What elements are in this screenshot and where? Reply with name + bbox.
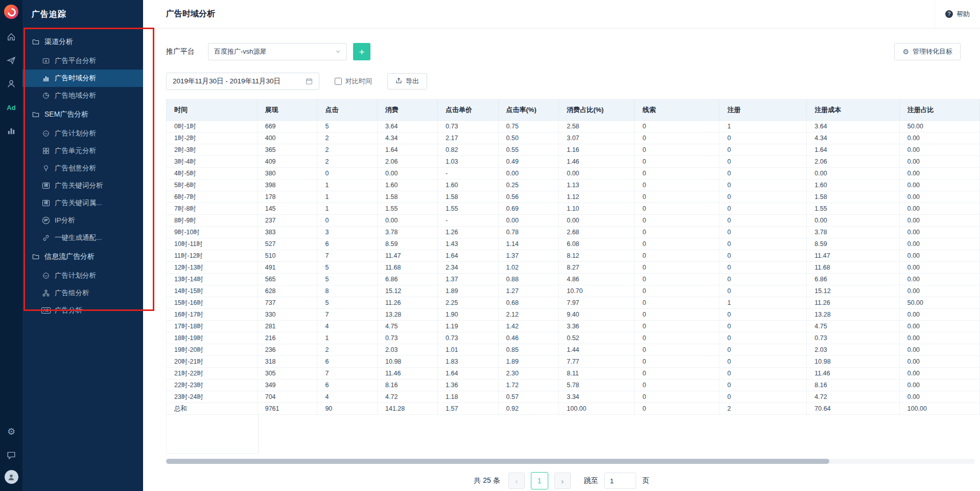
cell: 10.98: [807, 356, 899, 368]
column-header: 点击单价: [438, 100, 498, 121]
cell: 510: [257, 250, 317, 262]
cell: 2: [317, 156, 378, 168]
cell: 11.26: [378, 297, 438, 309]
cell: 1.64: [807, 144, 899, 156]
cell: 0.82: [438, 144, 498, 156]
cell: 9.40: [559, 309, 635, 321]
sidebar-section[interactable]: SEM广告分析: [22, 104, 143, 125]
platform-filter-row: 推广平台 百度推广-vsh源犀 + ⚙ 管理转化目标: [166, 43, 961, 60]
cell: 491: [257, 262, 317, 274]
app-logo-icon[interactable]: [4, 5, 18, 19]
sidebar-item[interactable]: ¥广告平台分析: [22, 52, 143, 70]
app-title: 广告追踪: [22, 0, 143, 29]
sidebar-item-label: 广告计划分析: [55, 271, 96, 280]
export-button[interactable]: 导出: [387, 73, 427, 90]
current-page-button[interactable]: 1: [531, 472, 548, 489]
compare-time-option: 对比时间: [335, 77, 372, 86]
platform-select[interactable]: 百度推广-vsh源犀: [208, 43, 347, 60]
cell: 0: [719, 250, 807, 262]
chat-icon[interactable]: [4, 450, 18, 461]
jump-page-input[interactable]: [604, 473, 636, 489]
cell: 0: [635, 274, 719, 285]
cell: 1.18: [438, 391, 498, 403]
prev-page-button[interactable]: ‹: [508, 473, 525, 489]
ad-nav-label[interactable]: Ad: [4, 102, 18, 113]
cell: 1.90: [438, 309, 498, 321]
cell: 13时-14时: [167, 274, 258, 285]
cell: 3.78: [807, 227, 899, 238]
compare-time-checkbox[interactable]: [335, 78, 342, 85]
sidebar-item[interactable]: 词广告关键词分析: [22, 177, 143, 194]
sidebar-item[interactable]: 广告计划分析: [22, 267, 143, 284]
cell: 4.34: [807, 132, 899, 144]
cell: 1.89: [498, 356, 559, 368]
cell: 0.50: [498, 132, 559, 144]
table-row: 14时-15时628815.121.891.2710.700015.120.00: [167, 285, 980, 297]
sidebar-item[interactable]: 一键生成通配...: [22, 229, 143, 247]
sidebar-item[interactable]: 广告地域分析: [22, 87, 143, 104]
sidebar-section-label: 渠道分析: [44, 37, 73, 47]
sidebar-item[interactable]: AD广告分析: [22, 302, 143, 319]
cell: 0: [635, 380, 719, 391]
chevron-down-icon: [335, 48, 341, 56]
cell: 2: [317, 144, 378, 156]
cell: 305: [257, 368, 317, 380]
bar-chart-icon[interactable]: [4, 125, 18, 137]
horizontal-scrollbar-thumb[interactable]: [166, 459, 829, 464]
table-row: 13时-14时56556.861.370.884.86006.860.00: [167, 274, 980, 285]
cell: 2: [317, 132, 378, 144]
help-button[interactable]: ? 帮助: [935, 0, 980, 28]
next-page-button[interactable]: ›: [554, 473, 571, 489]
sidebar-item[interactable]: 广告创意分析: [22, 160, 143, 177]
cell: 1.60: [378, 180, 438, 191]
table-row: 7时-8时14511.551.550.691.10001.550.00: [167, 203, 980, 215]
cell: 70.64: [807, 403, 899, 415]
user-icon[interactable]: [4, 78, 18, 90]
sidebar-item[interactable]: 广告组分析: [22, 284, 143, 302]
sidebar-section[interactable]: 渠道分析: [22, 32, 143, 52]
add-platform-button[interactable]: +: [353, 43, 370, 60]
ad-icon: AD: [42, 307, 50, 314]
cell: 0: [635, 332, 719, 344]
table-row: 1时-2时40024.342.170.503.07004.340.00: [167, 132, 980, 144]
sidebar-item-label: 广告时域分析: [55, 74, 96, 83]
cell: 13.28: [378, 309, 438, 321]
cell: 0: [719, 380, 807, 391]
paper-plane-icon[interactable]: [4, 55, 18, 66]
cell: 3.64: [807, 121, 899, 132]
cell: 0: [719, 309, 807, 321]
cell: 0: [635, 191, 719, 203]
cell: 3.78: [378, 227, 438, 238]
cell: 7: [317, 250, 378, 262]
cell: 1.37: [438, 274, 498, 285]
home-icon[interactable]: [4, 31, 18, 42]
cell: 0.00: [899, 250, 979, 262]
cell: 0.00: [899, 238, 979, 250]
table-row: 10时-11时52768.591.431.146.08008.590.00: [167, 238, 980, 250]
cell: 7.77: [559, 356, 635, 368]
date-range-picker[interactable]: 2019年11月30日 - 2019年11月30日: [166, 73, 319, 90]
table-row: 16时-17时330713.281.902.129.400013.280.00: [167, 309, 980, 321]
cell: 0.00: [559, 168, 635, 180]
sidebar-item[interactable]: IPIP分析: [22, 212, 143, 229]
cell: 7时-8时: [167, 203, 258, 215]
manage-conversion-goal-button[interactable]: ⚙ 管理转化目标: [894, 43, 961, 60]
folder-icon: [32, 253, 40, 260]
gear-icon[interactable]: ⚙: [4, 426, 18, 437]
sidebar-item[interactable]: 词广告关键词属...: [22, 194, 143, 212]
cell: 2.58: [559, 121, 635, 132]
cell: 16时-17时: [167, 309, 258, 321]
cell: 628: [257, 285, 317, 297]
cell: 11.47: [807, 250, 899, 262]
sidebar-item[interactable]: 广告计划分析: [22, 125, 143, 142]
avatar[interactable]: [5, 470, 18, 484]
cell: 0.52: [559, 332, 635, 344]
pie-icon: [42, 92, 50, 99]
sidebar-item[interactable]: 广告单元分析: [22, 142, 143, 160]
sidebar-item[interactable]: 广告时域分析: [22, 70, 143, 87]
cell: 0: [635, 321, 719, 332]
sidebar-section-label: SEM广告分析: [44, 110, 88, 119]
cell: 1.89: [438, 285, 498, 297]
cell: 2.06: [378, 156, 438, 168]
sidebar-section[interactable]: 信息流广告分析: [22, 247, 143, 267]
